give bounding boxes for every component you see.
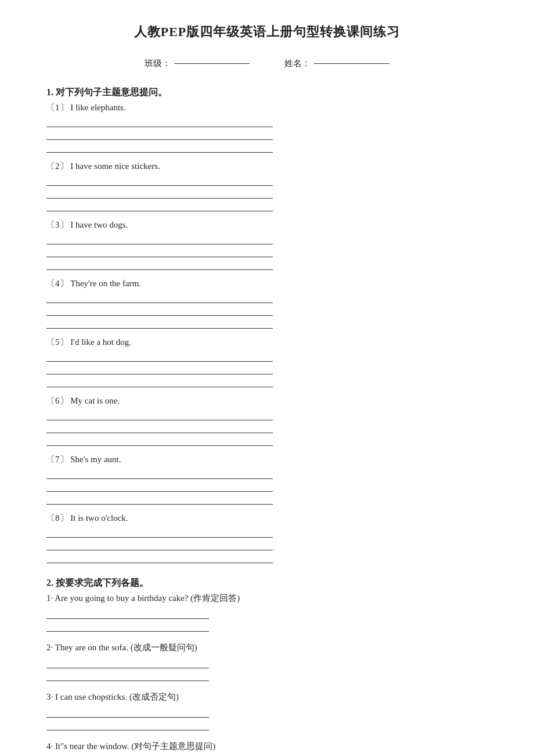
question-text: 〔5〕 I'd like a hot dog.: [46, 337, 488, 348]
section2-question-1: 1· Are you going to buy a birthday cake?…: [46, 593, 488, 632]
question-text: 1· Are you going to buy a birthday cake?…: [46, 593, 488, 604]
section2: 2. 按要求完成下列各题。 1· Are you going to buy a …: [46, 577, 488, 756]
section1-question-8: 〔8〕 It is two o'clock.: [46, 513, 488, 563]
section2-questions: 1· Are you going to buy a birthday cake?…: [46, 593, 488, 756]
section1-question-4: 〔4〕 They're on the farm.: [46, 278, 488, 329]
name-field: 姓名：: [284, 58, 389, 69]
class-label: 班级：: [145, 58, 171, 69]
question-text: 2· They are on the sofa. (改成一般疑问句): [46, 642, 488, 653]
answer-line: [46, 422, 273, 433]
answer-line: [46, 116, 273, 127]
answer-lines: [46, 409, 488, 446]
section1-question-1: 〔1〕 I like elephants.: [46, 102, 488, 153]
answer-line: [46, 317, 273, 329]
question-text: 〔1〕 I like elephants.: [46, 102, 488, 113]
answer-lines: [46, 657, 488, 681]
section2-question-4: 4· It"s near the window. (对句子主题意思提问): [46, 741, 488, 756]
name-label: 姓名：: [284, 58, 311, 69]
answer-lines: [46, 467, 488, 505]
answer-lines: [46, 607, 488, 632]
question-text: 〔8〕 It is two o'clock.: [46, 513, 488, 524]
answer-line: [46, 552, 273, 563]
answer-line: [46, 719, 209, 730]
answer-lines: [46, 706, 488, 730]
answer-line: [46, 467, 273, 479]
class-line: [174, 63, 250, 64]
class-field: 班级：: [145, 58, 250, 69]
student-info: 班级： 姓名：: [46, 58, 488, 69]
answer-line: [46, 434, 273, 446]
answer-line: [46, 174, 273, 186]
question-text: 〔2〕 I have some nice stickers.: [46, 161, 488, 172]
answer-line: [46, 200, 273, 211]
answer-line: [46, 187, 273, 199]
answer-line: [46, 620, 209, 632]
question-text: 〔4〕 They're on the farm.: [46, 278, 488, 289]
answer-line: [46, 526, 273, 538]
question-text: 〔7〕 She's my aunt.: [46, 454, 488, 465]
question-text: 4· It"s near the window. (对句子主题意思提问): [46, 741, 488, 752]
answer-line: [46, 363, 273, 375]
section1-questions: 〔1〕 I like elephants.〔2〕 I have some nic…: [46, 102, 488, 563]
section2-question-2: 2· They are on the sofa. (改成一般疑问句): [46, 642, 488, 681]
page-title: 人教PEP版四年级英语上册句型转换课间练习: [46, 23, 488, 41]
answer-line: [46, 233, 273, 244]
answer-line: [46, 493, 273, 505]
answer-lines: [46, 291, 488, 329]
answer-lines: [46, 233, 488, 270]
answer-lines: [46, 350, 488, 387]
answer-line: [46, 141, 273, 153]
answer-line: [46, 669, 209, 681]
answer-line: [46, 246, 273, 257]
section1-title: 1. 对下列句子主题意思提问。: [46, 87, 488, 99]
question-text: 〔3〕 I have two dogs.: [46, 219, 488, 231]
section2-title: 2. 按要求完成下列各题。: [46, 577, 488, 589]
answer-line: [46, 350, 273, 362]
name-line: [314, 63, 389, 64]
answer-line: [46, 480, 273, 492]
answer-line: [46, 409, 273, 420]
answer-line: [46, 706, 209, 718]
answer-lines: [46, 116, 488, 153]
answer-lines: [46, 526, 488, 563]
section1-question-3: 〔3〕 I have two dogs.: [46, 219, 488, 270]
answer-line: [46, 128, 273, 140]
section1-question-6: 〔6〕 My cat is one.: [46, 395, 488, 446]
section1: 1. 对下列句子主题意思提问。 〔1〕 I like elephants.〔2〕…: [46, 87, 488, 563]
section1-question-5: 〔5〕 I'd like a hot dog.: [46, 337, 488, 387]
section2-question-3: 3· I can use chopsticks. (改成否定句): [46, 692, 488, 730]
answer-line: [46, 258, 273, 270]
answer-lines: [46, 174, 488, 211]
answer-line: [46, 607, 209, 619]
answer-line: [46, 291, 273, 303]
question-text: 〔6〕 My cat is one.: [46, 395, 488, 406]
answer-line: [46, 539, 273, 550]
section1-question-7: 〔7〕 She's my aunt.: [46, 454, 488, 505]
answer-line: [46, 376, 273, 387]
answer-line: [46, 657, 209, 668]
answer-line: [46, 304, 273, 316]
section1-question-2: 〔2〕 I have some nice stickers.: [46, 161, 488, 211]
question-text: 3· I can use chopsticks. (改成否定句): [46, 692, 488, 703]
